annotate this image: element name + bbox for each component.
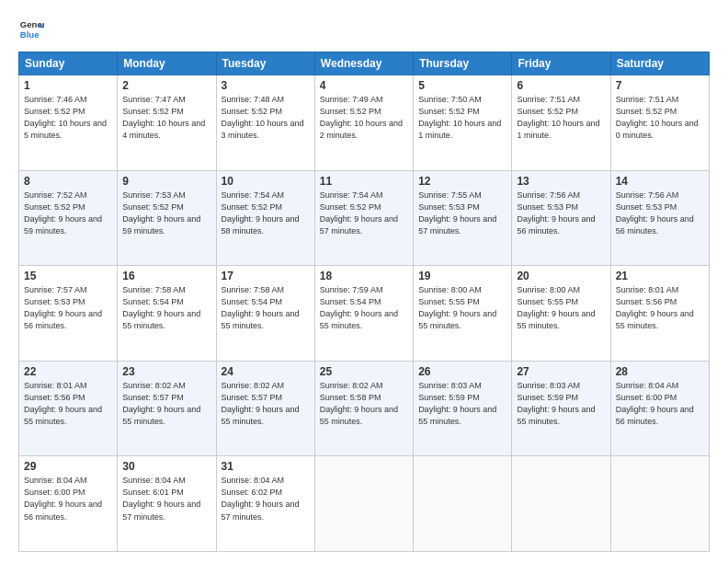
calendar-cell: 30Sunrise: 8:04 AMSunset: 6:01 PMDayligh… [118, 456, 216, 552]
day-number: 11 [320, 175, 408, 188]
logo-icon: General Blue [18, 17, 44, 42]
page: General Blue SundayMondayTuesdayWednesda… [0, 0, 728, 563]
calendar-cell: 4Sunrise: 7:49 AMSunset: 5:52 PMDaylight… [314, 75, 413, 171]
day-number: 15 [24, 270, 112, 282]
calendar-cell [314, 456, 413, 552]
day-info: Sunrise: 7:47 AMSunset: 5:52 PMDaylight:… [122, 94, 210, 142]
day-number: 21 [616, 270, 704, 282]
day-number: 17 [222, 270, 310, 282]
day-number: 20 [517, 270, 605, 282]
calendar-cell: 2Sunrise: 7:47 AMSunset: 5:52 PMDaylight… [118, 75, 216, 171]
day-number: 30 [122, 460, 210, 473]
weekday-header-row: SundayMondayTuesdayWednesdayThursdayFrid… [19, 52, 710, 75]
calendar-cell [512, 456, 610, 552]
calendar-cell: 23Sunrise: 8:02 AMSunset: 5:57 PMDayligh… [118, 361, 216, 456]
weekday-header-friday: Friday [512, 52, 610, 75]
day-info: Sunrise: 7:53 AMSunset: 5:52 PMDaylight:… [122, 190, 210, 237]
calendar-cell: 17Sunrise: 7:58 AMSunset: 5:54 PMDayligh… [216, 266, 314, 362]
day-number: 18 [320, 270, 408, 282]
weekday-header-sunday: Sunday [19, 52, 118, 75]
day-number: 24 [222, 365, 310, 378]
day-number: 2 [122, 79, 210, 92]
day-info: Sunrise: 7:56 AMSunset: 5:53 PMDaylight:… [616, 190, 704, 237]
day-number: 12 [418, 175, 506, 188]
day-info: Sunrise: 7:58 AMSunset: 5:54 PMDaylight:… [122, 284, 210, 332]
calendar-cell: 31Sunrise: 8:04 AMSunset: 6:02 PMDayligh… [216, 456, 314, 552]
day-number: 4 [320, 79, 408, 92]
day-info: Sunrise: 7:49 AMSunset: 5:52 PMDaylight:… [320, 94, 408, 142]
day-info: Sunrise: 7:57 AMSunset: 5:53 PMDaylight:… [24, 284, 112, 332]
calendar-cell: 3Sunrise: 7:48 AMSunset: 5:52 PMDaylight… [216, 75, 314, 171]
day-info: Sunrise: 8:04 AMSunset: 6:00 PMDaylight:… [24, 475, 112, 523]
calendar-cell: 20Sunrise: 8:00 AMSunset: 5:55 PMDayligh… [512, 266, 610, 362]
svg-text:Blue: Blue [20, 29, 40, 40]
day-number: 29 [24, 460, 112, 473]
day-info: Sunrise: 8:01 AMSunset: 5:56 PMDaylight:… [24, 380, 112, 428]
day-info: Sunrise: 8:00 AMSunset: 5:55 PMDaylight:… [517, 284, 605, 332]
calendar-cell: 11Sunrise: 7:54 AMSunset: 5:52 PMDayligh… [314, 170, 413, 266]
calendar-cell: 10Sunrise: 7:54 AMSunset: 5:52 PMDayligh… [216, 170, 314, 266]
calendar-cell: 25Sunrise: 8:02 AMSunset: 5:58 PMDayligh… [314, 361, 413, 456]
day-info: Sunrise: 7:54 AMSunset: 5:52 PMDaylight:… [222, 190, 310, 237]
calendar-cell: 22Sunrise: 8:01 AMSunset: 5:56 PMDayligh… [19, 361, 118, 456]
day-info: Sunrise: 8:02 AMSunset: 5:57 PMDaylight:… [222, 380, 310, 428]
logo: General Blue [18, 17, 44, 42]
day-info: Sunrise: 7:59 AMSunset: 5:54 PMDaylight:… [320, 284, 408, 332]
calendar-cell: 7Sunrise: 7:51 AMSunset: 5:52 PMDaylight… [610, 75, 709, 171]
calendar-cell: 26Sunrise: 8:03 AMSunset: 5:59 PMDayligh… [414, 361, 512, 456]
day-number: 9 [122, 175, 210, 188]
calendar-cell: 21Sunrise: 8:01 AMSunset: 5:56 PMDayligh… [610, 266, 709, 362]
calendar-cell: 28Sunrise: 8:04 AMSunset: 6:00 PMDayligh… [610, 361, 709, 456]
day-number: 26 [418, 365, 506, 378]
calendar-cell: 16Sunrise: 7:58 AMSunset: 5:54 PMDayligh… [118, 266, 216, 362]
calendar-cell: 13Sunrise: 7:56 AMSunset: 5:53 PMDayligh… [512, 170, 610, 266]
calendar-table: SundayMondayTuesdayWednesdayThursdayFrid… [18, 52, 710, 552]
day-info: Sunrise: 8:02 AMSunset: 5:58 PMDaylight:… [320, 380, 408, 428]
calendar-cell: 1Sunrise: 7:46 AMSunset: 5:52 PMDaylight… [19, 75, 118, 171]
day-number: 22 [24, 365, 112, 378]
day-info: Sunrise: 8:03 AMSunset: 5:59 PMDaylight:… [517, 380, 605, 428]
day-number: 16 [122, 270, 210, 282]
day-info: Sunrise: 7:58 AMSunset: 5:54 PMDaylight:… [222, 284, 310, 332]
day-number: 8 [24, 175, 112, 188]
day-number: 3 [222, 79, 310, 92]
calendar-cell: 15Sunrise: 7:57 AMSunset: 5:53 PMDayligh… [19, 266, 118, 362]
day-number: 14 [616, 175, 704, 188]
weekday-header-tuesday: Tuesday [216, 52, 314, 75]
calendar-cell: 6Sunrise: 7:51 AMSunset: 5:52 PMDaylight… [512, 75, 610, 171]
day-number: 19 [418, 270, 506, 282]
day-info: Sunrise: 8:00 AMSunset: 5:55 PMDaylight:… [418, 284, 506, 332]
weekday-header-monday: Monday [118, 52, 216, 75]
day-info: Sunrise: 7:56 AMSunset: 5:53 PMDaylight:… [517, 190, 605, 237]
day-info: Sunrise: 8:04 AMSunset: 6:01 PMDaylight:… [122, 475, 210, 523]
day-info: Sunrise: 7:54 AMSunset: 5:52 PMDaylight:… [320, 190, 408, 237]
calendar-cell: 29Sunrise: 8:04 AMSunset: 6:00 PMDayligh… [19, 456, 118, 552]
day-number: 31 [222, 460, 310, 473]
calendar-cell: 14Sunrise: 7:56 AMSunset: 5:53 PMDayligh… [610, 170, 709, 266]
weekday-header-wednesday: Wednesday [314, 52, 413, 75]
weekday-header-thursday: Thursday [414, 52, 512, 75]
day-number: 6 [517, 79, 605, 92]
calendar-cell: 9Sunrise: 7:53 AMSunset: 5:52 PMDaylight… [118, 170, 216, 266]
day-number: 27 [517, 365, 605, 378]
day-info: Sunrise: 8:01 AMSunset: 5:56 PMDaylight:… [616, 284, 704, 332]
day-info: Sunrise: 8:04 AMSunset: 6:02 PMDaylight:… [222, 475, 310, 523]
header: General Blue [18, 17, 710, 42]
calendar-cell: 5Sunrise: 7:50 AMSunset: 5:52 PMDaylight… [414, 75, 512, 171]
calendar-cell [610, 456, 709, 552]
calendar-cell: 24Sunrise: 8:02 AMSunset: 5:57 PMDayligh… [216, 361, 314, 456]
day-info: Sunrise: 8:02 AMSunset: 5:57 PMDaylight:… [122, 380, 210, 428]
calendar-cell: 18Sunrise: 7:59 AMSunset: 5:54 PMDayligh… [314, 266, 413, 362]
calendar-cell: 19Sunrise: 8:00 AMSunset: 5:55 PMDayligh… [414, 266, 512, 362]
day-info: Sunrise: 7:51 AMSunset: 5:52 PMDaylight:… [517, 94, 605, 142]
day-info: Sunrise: 7:50 AMSunset: 5:52 PMDaylight:… [418, 94, 506, 142]
day-info: Sunrise: 7:55 AMSunset: 5:53 PMDaylight:… [418, 190, 506, 237]
calendar-cell: 12Sunrise: 7:55 AMSunset: 5:53 PMDayligh… [414, 170, 512, 266]
day-number: 25 [320, 365, 408, 378]
day-info: Sunrise: 7:51 AMSunset: 5:52 PMDaylight:… [616, 94, 704, 142]
calendar-cell: 27Sunrise: 8:03 AMSunset: 5:59 PMDayligh… [512, 361, 610, 456]
day-number: 28 [616, 365, 704, 378]
calendar-cell: 8Sunrise: 7:52 AMSunset: 5:52 PMDaylight… [19, 170, 118, 266]
day-info: Sunrise: 8:03 AMSunset: 5:59 PMDaylight:… [418, 380, 506, 428]
day-number: 1 [24, 79, 112, 92]
